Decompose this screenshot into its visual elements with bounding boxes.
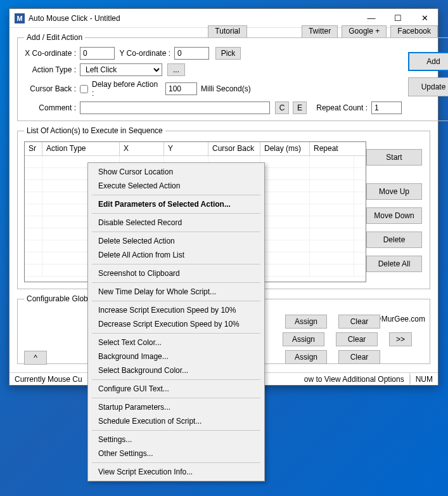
table-header: Sr Action Type X Y Cursor Back Delay (ms… [25,142,366,156]
context-separator [92,333,260,334]
context-item[interactable]: Select Background Color... [89,363,263,377]
x-coord-label: X Co-ordinate : [24,49,76,58]
context-separator [92,195,260,195]
context-menu[interactable]: Show Cursor LocationExecute Selected Act… [87,162,265,481]
col-delay[interactable]: Delay (ms) [260,142,310,155]
context-separator [92,462,260,463]
context-item[interactable]: Decrease Script Execution Speed by 10% [89,317,263,331]
pick-button[interactable]: Pick [215,47,241,60]
context-separator [92,301,260,301]
action-type-select[interactable]: Left Click [80,63,162,76]
context-item[interactable]: Schedule Execution of Script... [89,414,263,428]
context-separator [92,213,260,214]
action-list-legend: List Of Action(s) to Execute in Sequence [24,126,165,135]
move-up-button[interactable]: Move Up [366,183,422,200]
add-edit-fieldset: Add / Edit Action Add Load Update Save X… [17,33,448,121]
delay-input[interactable] [165,82,197,95]
context-item[interactable]: Increase Script Execution Speed by 10% [89,303,263,317]
x-coord-input[interactable] [80,47,115,60]
context-item[interactable]: Delete All Action from List [89,248,263,262]
col-cursor-back[interactable]: Cursor Back [208,142,260,155]
y-coord-input[interactable] [174,47,209,60]
clear-button-3[interactable]: Clear [338,350,380,364]
clear-button-2[interactable]: Clear [336,332,378,346]
delay-unit-label: Milli Second(s) [201,84,251,93]
assign-button-2[interactable]: Assign [283,332,324,346]
context-item[interactable]: Other Settings... [89,447,263,460]
context-item[interactable]: Settings... [89,433,263,447]
context-item[interactable]: New Time Delay for Whole Script... [89,285,263,299]
context-item[interactable]: Background Image... [89,349,263,363]
status-num: NUM [410,375,438,384]
status-mouse: Currently Mouse Cu [10,373,88,385]
context-item[interactable]: Show Cursor Location [89,165,263,179]
caret-up-button[interactable]: ^ [24,351,47,365]
context-separator [92,379,260,380]
c-button[interactable]: C [275,101,289,114]
col-x[interactable]: X [120,142,164,155]
clear-button-1[interactable]: Clear [338,315,380,329]
assign-button-3[interactable]: Assign [285,350,327,364]
delete-button[interactable]: Delete [366,232,422,248]
repeat-count-input[interactable] [371,101,402,114]
context-separator [92,232,260,232]
more-actions-button[interactable]: ... [167,63,185,76]
context-item[interactable]: Configure GUI Text... [89,382,263,396]
app-icon: M [15,13,25,23]
close-button[interactable]: ✕ [411,9,438,27]
context-separator [92,398,260,398]
minimize-button[interactable]: — [358,9,385,27]
start-button[interactable]: Start [366,149,422,166]
col-action-type[interactable]: Action Type [42,142,120,155]
assign-button-1[interactable]: Assign [285,315,327,329]
context-item[interactable]: Delete Selected Action [89,234,263,248]
add-button[interactable]: Add [408,52,448,71]
expand-button[interactable]: >> [389,332,412,346]
comment-input[interactable] [80,101,270,114]
context-item[interactable]: Select Text Color... [89,336,263,349]
cursor-back-label: Cursor Back : [24,84,76,93]
window-title: Auto Mouse Click - Untitled [29,14,358,23]
context-item[interactable]: Screenshot to Clipboard [89,266,263,280]
y-coord-label: Y Co-ordinate : [118,49,170,58]
config-legend: Configurable Glob [24,294,91,303]
col-repeat[interactable]: Repeat [310,142,354,155]
add-edit-legend: Add / Edit Action [24,33,85,42]
context-separator [92,264,260,264]
context-item[interactable]: Edit Parameters of Selected Action... [89,197,263,211]
maximize-button[interactable]: ☐ [385,9,411,27]
update-button[interactable]: Update [408,77,448,96]
repeat-count-label: Repeat Count : [312,103,368,112]
context-separator [92,430,260,431]
cursor-back-checkbox[interactable] [80,85,88,93]
col-sr[interactable]: Sr [25,142,42,155]
comment-label: Comment : [24,103,76,112]
e-button[interactable]: E [293,101,307,114]
move-down-button[interactable]: Move Down [366,207,422,224]
col-y[interactable]: Y [164,142,208,155]
right-button-column: Add Load Update Save [408,52,448,96]
context-separator [92,282,260,283]
action-type-label: Action Type : [24,65,76,74]
context-item[interactable]: View Script Execution Info... [89,465,263,479]
delete-all-button[interactable]: Delete All [366,256,422,272]
delay-label: Delay before Action : [92,80,162,98]
context-item[interactable]: Startup Parameters... [89,400,263,414]
list-side-buttons: Start Move Up Move Down Delete Delete Al… [366,149,423,272]
context-item[interactable]: Execute Selected Action [89,179,263,193]
context-item[interactable]: Disable Selected Record [89,216,263,230]
